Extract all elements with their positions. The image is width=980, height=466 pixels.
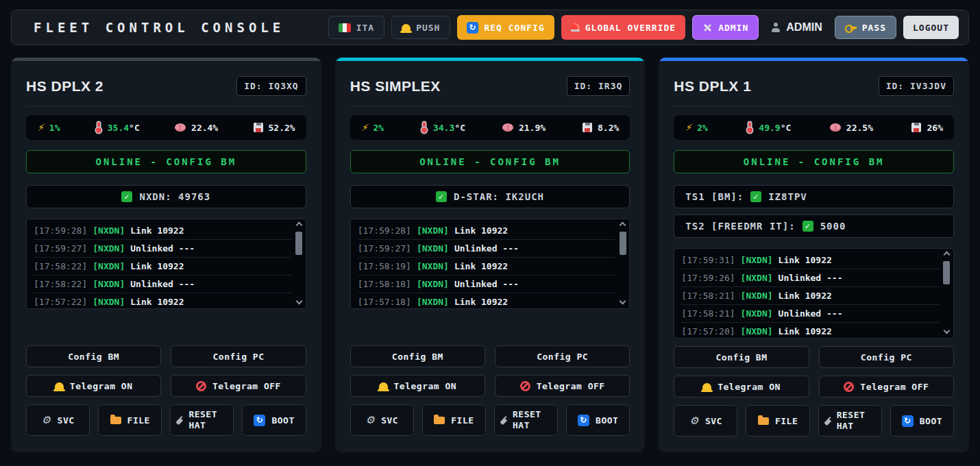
log-tag: [NXDN] [93, 261, 125, 271]
file-button[interactable]: FILE [422, 404, 486, 436]
log-tag: [NXDN] [741, 291, 773, 301]
header-actions: ITA PUSH ↻ REQ CONFIG GLOBAL OVERRIDE AD… [328, 15, 959, 40]
brain-icon [830, 123, 841, 132]
scroll-down-icon[interactable] [620, 298, 626, 305]
scroll-up-icon[interactable] [620, 222, 626, 229]
disk-value: 52.2% [269, 123, 295, 133]
log-msg: Link 10922 [454, 225, 508, 236]
req-config-button[interactable]: ↻ REQ CONFIG [457, 15, 554, 40]
config-bm-button[interactable]: Config BM [350, 345, 485, 367]
scroll-thumb[interactable] [620, 232, 626, 255]
scroll-up-icon[interactable] [295, 222, 302, 229]
scroll-thumb[interactable] [943, 261, 950, 284]
config-bm-button[interactable]: Config BM [674, 346, 809, 368]
log-row: [17:58:19][NXDN]Link 10922 [358, 258, 616, 275]
boot-button[interactable]: ↻ BOOT [890, 405, 954, 437]
log-time: [17:59:28] [358, 225, 411, 236]
file-button[interactable]: FILE [746, 405, 809, 437]
log-row: [17:59:28][NXDN]Link 10922 [34, 222, 292, 240]
config-pc-button[interactable]: Config PC [171, 345, 306, 367]
log-time: [17:58:22] [34, 279, 87, 289]
scroll-down-icon[interactable] [944, 328, 951, 334]
log-scrollbar[interactable] [618, 221, 627, 306]
prohibited-icon [196, 381, 206, 391]
scroll-down-icon[interactable] [295, 298, 302, 305]
config-bm-button[interactable]: Config BM [26, 345, 161, 367]
telegram-on-button[interactable]: Telegram ON [350, 375, 485, 397]
plug-icon [175, 415, 182, 425]
log-tag: [NXDN] [93, 279, 125, 289]
device-title: HS DPLX 1 [674, 78, 751, 95]
telegram-off-button[interactable]: Telegram OFF [171, 375, 306, 397]
svc-button[interactable]: ⚙ SVC [350, 404, 414, 436]
svc-button[interactable]: ⚙ SVC [26, 404, 90, 436]
log-time: [17:59:28] [34, 225, 87, 236]
device-card: HS SIMPLEX ID: IR3Q ⚡ 2% 34.3°C 21.9% [335, 58, 646, 452]
disk-value: 8.2% [598, 123, 619, 133]
check-icon: ✓ [750, 191, 761, 202]
log-msg: Unlinked --- [779, 273, 843, 283]
log-tag: [NXDN] [741, 308, 773, 319]
log-scrollbar[interactable] [295, 221, 304, 306]
global-override-button[interactable]: GLOBAL OVERRIDE [561, 15, 685, 40]
gear-icon: ⚙ [689, 416, 699, 426]
boot-button[interactable]: ↻ BOOT [242, 404, 306, 436]
telegram-off-button[interactable]: Telegram OFF [495, 375, 630, 397]
telegram-on-button[interactable]: Telegram ON [26, 375, 161, 397]
italy-flag-icon [339, 23, 351, 32]
log-time: [17:58:21] [681, 291, 735, 301]
log-time: [17:59:26] [681, 273, 735, 283]
device-card: HS DPLX 2 ID: IQ3XQ ⚡ 1% 35.4°C 22.4% [11, 58, 321, 452]
log-tag: [NXDN] [93, 297, 125, 307]
log-row: [17:58:21][NXDN]Unlinked --- [681, 305, 940, 323]
prohibited-icon [844, 382, 854, 392]
logout-button[interactable]: LOGOUT [903, 16, 959, 39]
admin-tools-button[interactable]: ADMIN [692, 15, 759, 40]
log-panel: [17:59:28][NXDN]Link 10922[17:59:27][NXD… [26, 219, 306, 309]
log-time: [17:58:22] [34, 261, 87, 271]
mode-value: NXDN: 49763 [139, 191, 210, 202]
temperature-value: 49.9 [759, 123, 780, 133]
global-override-label: GLOBAL OVERRIDE [585, 23, 676, 33]
pass-button[interactable]: PASS [835, 16, 896, 39]
log-panel: [17:59:28][NXDN]Link 10922[17:59:27][NXD… [350, 219, 630, 309]
scroll-up-icon[interactable] [944, 252, 951, 258]
scroll-thumb[interactable] [295, 232, 302, 255]
log-scrollbar[interactable] [942, 251, 951, 336]
stats-bar: ⚡ 2% 49.9°C 22.5% 26% [674, 115, 954, 140]
log-rows: [17:59:28][NXDN]Link 10922[17:59:27][NXD… [358, 222, 616, 309]
reset-hat-button[interactable]: RESET HAT [818, 405, 882, 437]
config-pc-button[interactable]: Config PC [495, 345, 630, 367]
folder-icon [110, 417, 121, 424]
log-row: [17:59:27][NXDN]Unlinked --- [34, 240, 292, 258]
log-tag: [NXDN] [417, 279, 449, 289]
config-pc-button[interactable]: Config PC [819, 346, 954, 368]
language-button[interactable]: ITA [328, 16, 384, 39]
bell-icon [402, 24, 411, 32]
check-icon: ✓ [803, 221, 813, 232]
push-button[interactable]: PUSH [391, 16, 450, 39]
divider [26, 106, 306, 107]
mode-row: ✓NXDN: 49763 [26, 185, 306, 208]
mode-list: ✓D-STAR: IK2UCH [350, 185, 630, 214]
power-value: 2% [697, 123, 708, 133]
log-row: [17:59:28][NXDN]Link 10922 [358, 222, 616, 240]
svc-button[interactable]: ⚙ SVC [674, 405, 737, 437]
mode-row: TS2 [FREEDMR IT]:✓5000 [674, 214, 954, 238]
log-tag: [NXDN] [741, 326, 773, 336]
user-label: ADMIN [786, 21, 822, 34]
telegram-off-button[interactable]: Telegram OFF [819, 376, 954, 397]
boot-button[interactable]: ↻ BOOT [566, 404, 630, 436]
telegram-on-button[interactable]: Telegram ON [674, 376, 809, 397]
plug-icon [499, 415, 506, 425]
folder-icon [434, 417, 445, 424]
reset-hat-button[interactable]: RESET HAT [170, 404, 234, 436]
file-button[interactable]: FILE [98, 404, 162, 436]
log-rows: [17:59:31][NXDN]Link 10922[17:59:26][NXD… [681, 252, 940, 339]
check-icon: ✓ [121, 191, 132, 202]
log-row: [17:58:21][NXDN]Link 10922 [681, 287, 940, 305]
reset-hat-button[interactable]: RESET HAT [494, 404, 558, 436]
temperature-value: 34.3 [433, 123, 454, 133]
refresh-icon: ↻ [902, 415, 914, 427]
card-actions: Config BM Config PC Telegram ON Telegram… [350, 338, 630, 436]
